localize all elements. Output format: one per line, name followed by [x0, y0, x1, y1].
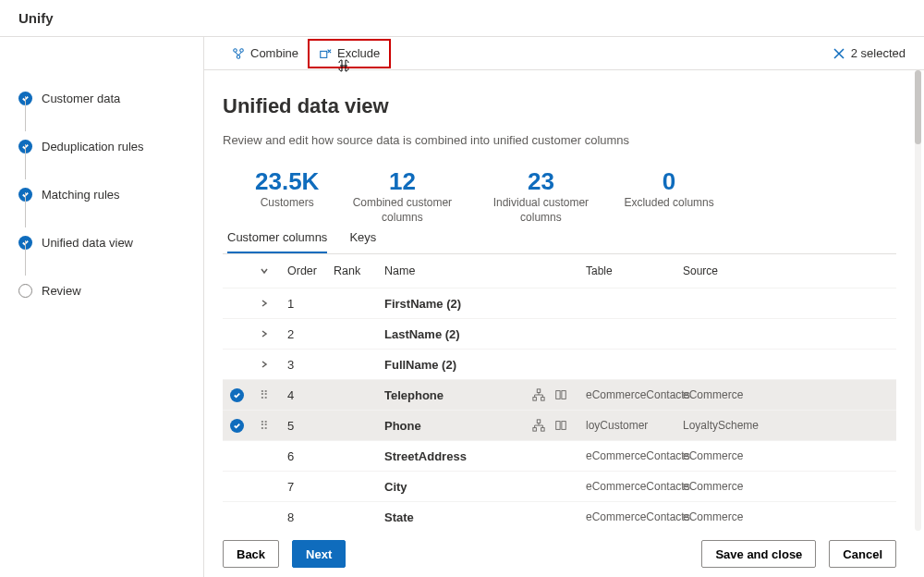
- combine-icon: [232, 47, 245, 60]
- chevron-right-icon[interactable]: [250, 360, 278, 369]
- svg-rect-10: [533, 428, 537, 432]
- next-button[interactable]: Next: [292, 540, 346, 568]
- page-subtitle: Review and edit how source data is combi…: [223, 133, 896, 147]
- col-name[interactable]: Name: [384, 264, 532, 277]
- step-deduplication-rules[interactable]: Deduplication rules: [18, 122, 203, 170]
- col-source[interactable]: Source: [683, 264, 775, 277]
- selected-count[interactable]: 2 selected: [833, 46, 906, 60]
- cancel-button[interactable]: Cancel: [829, 540, 896, 568]
- col-rank[interactable]: Rank: [334, 264, 384, 277]
- combine-label: Combine: [250, 46, 298, 60]
- drag-handle-icon[interactable]: ⠿: [250, 419, 278, 433]
- svg-rect-13: [562, 422, 565, 430]
- table-row[interactable]: 6 StreetAddress eCommerceContacts eComme…: [223, 440, 896, 471]
- exclude-button[interactable]: Exclude: [308, 39, 391, 68]
- save-and-close-button[interactable]: Save and close: [701, 540, 816, 568]
- close-icon[interactable]: [833, 47, 845, 60]
- table-header: Order Rank Name Table Source: [223, 254, 896, 288]
- check-icon: [18, 188, 32, 202]
- tab-customer-columns[interactable]: Customer columns: [227, 227, 327, 253]
- wizard-sidebar: Customer data Deduplication rules Matchi…: [0, 37, 203, 577]
- chevron-down-icon[interactable]: [250, 266, 278, 276]
- tab-keys[interactable]: Keys: [349, 227, 376, 253]
- svg-rect-12: [556, 422, 560, 430]
- table-row[interactable]: ⠿ 4 Telephone eCommerceContacts eCommerc…: [223, 379, 896, 410]
- check-icon: [18, 140, 32, 153]
- step-unified-data-view[interactable]: Unified data view: [18, 218, 203, 266]
- table-row[interactable]: 8 State eCommerceContacts eCommerce: [223, 501, 896, 531]
- row-checkbox[interactable]: [223, 419, 250, 433]
- stat-customers: 23.5KCustomers: [255, 167, 319, 225]
- step-label: Matching rules: [42, 188, 120, 202]
- stat-individual: 23Individual customer columns: [485, 167, 596, 225]
- columns-icon: [554, 419, 567, 432]
- row-checkbox[interactable]: [223, 388, 250, 402]
- table-row[interactable]: 2 LastName (2): [223, 318, 896, 349]
- table-row[interactable]: 3 FullName (2): [223, 349, 896, 379]
- chevron-right-icon[interactable]: [250, 329, 278, 338]
- step-label: Unified data view: [42, 236, 133, 250]
- exclude-icon: [319, 47, 332, 60]
- svg-rect-3: [321, 51, 327, 57]
- svg-point-0: [234, 48, 237, 52]
- step-matching-rules[interactable]: Matching rules: [18, 170, 203, 218]
- svg-rect-4: [537, 389, 541, 393]
- page-heading: Unified data view: [223, 94, 896, 118]
- circle-icon: [18, 284, 32, 298]
- svg-rect-7: [556, 391, 560, 399]
- hierarchy-icon: [532, 388, 545, 401]
- back-button[interactable]: Back: [223, 540, 279, 568]
- col-order[interactable]: Order: [278, 264, 334, 277]
- app-title: Unify: [0, 0, 924, 37]
- svg-point-1: [240, 48, 244, 52]
- columns-icon: [554, 388, 567, 401]
- table-row[interactable]: 1 FirstName (2): [223, 288, 896, 318]
- selected-text: 2 selected: [851, 46, 906, 60]
- chevron-right-icon[interactable]: [250, 299, 278, 308]
- svg-rect-5: [533, 398, 537, 401]
- table-row[interactable]: 7 City eCommerceContacts eCommerce: [223, 471, 896, 501]
- step-label: Customer data: [42, 92, 120, 105]
- step-review[interactable]: Review: [18, 266, 203, 314]
- stat-excluded: 0Excluded columns: [624, 167, 713, 225]
- check-icon: [18, 236, 32, 250]
- svg-point-2: [237, 55, 240, 58]
- svg-rect-9: [537, 420, 541, 424]
- drag-handle-icon[interactable]: ⠿: [250, 388, 278, 402]
- svg-rect-6: [541, 398, 545, 401]
- step-label: Deduplication rules: [42, 140, 144, 153]
- svg-rect-11: [541, 428, 545, 432]
- svg-rect-8: [562, 391, 565, 399]
- toolbar: Combine Exclude 2 selected: [204, 37, 924, 70]
- step-label: Review: [42, 284, 81, 298]
- combine-button[interactable]: Combine: [223, 40, 308, 68]
- step-customer-data[interactable]: Customer data: [18, 74, 203, 122]
- hierarchy-icon: [532, 419, 545, 432]
- table-row[interactable]: ⠿ 5 Phone loyCustomer LoyaltyScheme: [223, 410, 896, 440]
- check-icon: [18, 92, 32, 105]
- col-table[interactable]: Table: [586, 264, 683, 277]
- footer: Back Next Save and close Cancel: [204, 531, 924, 577]
- stat-combined: 12Combined customer columns: [346, 167, 457, 225]
